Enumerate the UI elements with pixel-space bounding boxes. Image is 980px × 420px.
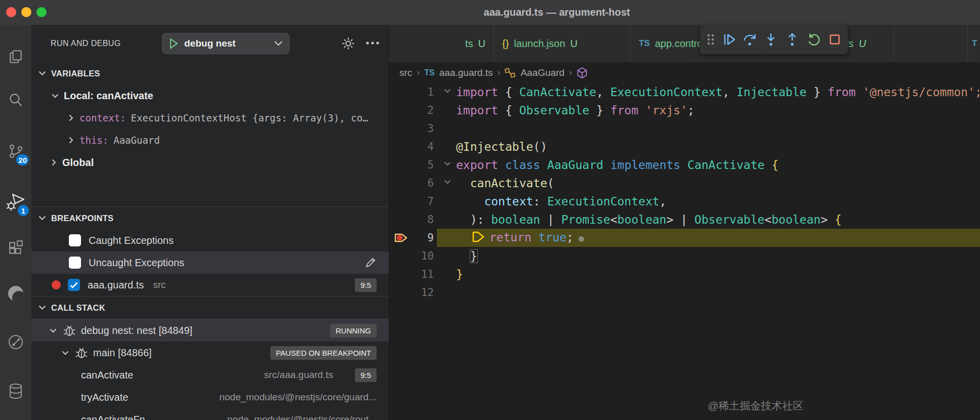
code-text: return true;● bbox=[456, 228, 584, 247]
editor-area: tsU{}launch.jsonUTSapp.controller.tsUTSa… bbox=[389, 25, 980, 420]
code-line-8[interactable]: 8 ): boolean | Promise<boolean> | Observ… bbox=[389, 211, 980, 229]
tab-launch.json[interactable]: {}launch.jsonU bbox=[494, 25, 631, 62]
variable-row-this[interactable]: this: AaaGuard bbox=[31, 129, 389, 151]
edge-browser-icon bbox=[8, 286, 23, 301]
sidebar-item-search[interactable] bbox=[0, 85, 31, 116]
fold-chevron-icon bbox=[444, 89, 451, 93]
code-line-7[interactable]: 7 context: ExecutionContext, bbox=[389, 192, 980, 211]
breadcrumb-file[interactable]: aaa.guard.ts bbox=[439, 67, 493, 78]
line-number: 11 bbox=[421, 265, 434, 283]
frame-location: src/aaa.guard.ts bbox=[264, 369, 333, 381]
sidebar-item-edge-browser[interactable] bbox=[0, 278, 31, 309]
chevron-down-icon bbox=[38, 216, 46, 221]
restart-button[interactable] bbox=[805, 31, 822, 48]
inline-breakpoint-dot: ● bbox=[579, 233, 584, 243]
step-over-button[interactable] bbox=[742, 31, 758, 48]
breakpoint-file-path: src bbox=[153, 279, 166, 290]
code-line-1[interactable]: 1import { CanActivate, ExecutionContext,… bbox=[389, 83, 980, 101]
breakpoint-row-caught[interactable]: Caught Exceptions bbox=[31, 229, 389, 251]
code-line-11[interactable]: 11} bbox=[389, 265, 980, 283]
code-line-5[interactable]: 5export class AaaGuard implements CanAct… bbox=[389, 156, 980, 174]
sidebar-item-database[interactable] bbox=[0, 376, 31, 407]
code-line-9[interactable]: 9 return true;● bbox=[389, 229, 980, 247]
chevron-right-icon bbox=[69, 137, 73, 144]
files-icon bbox=[8, 49, 24, 65]
gutter[interactable]: 8 bbox=[389, 211, 456, 229]
stack-frame-row[interactable]: canActivate src/aaa.guard.ts 9:5 bbox=[31, 364, 389, 386]
line-number: 9 bbox=[427, 229, 434, 247]
window-title: aaa.guard.ts — argument-host bbox=[484, 0, 630, 25]
chevron-down-icon bbox=[38, 71, 46, 76]
edit-condition-icon[interactable] bbox=[364, 257, 377, 269]
breakpoint-row-file[interactable]: aaa.guard.ts src 9:5 bbox=[31, 274, 389, 296]
sidebar-item-remote[interactable] bbox=[0, 326, 31, 358]
stop-button[interactable] bbox=[826, 31, 843, 48]
debug-config-dropdown[interactable]: debug nest bbox=[162, 33, 290, 54]
scope-local-row[interactable]: Local: canActivate bbox=[31, 85, 389, 107]
close-window-button[interactable] bbox=[6, 7, 16, 17]
breadcrumb-src[interactable]: src bbox=[399, 67, 412, 78]
step-out-button[interactable] bbox=[784, 31, 801, 48]
tab-T[interactable]: T bbox=[967, 25, 980, 62]
gutter[interactable]: 6 bbox=[389, 174, 456, 192]
code-text: ): boolean | Promise<boolean> | Observab… bbox=[456, 211, 842, 229]
tab-bar: tsU{}launch.jsonUTSapp.controller.tsUTSa… bbox=[389, 25, 980, 62]
variables-section-header[interactable]: VARIABLES bbox=[31, 62, 389, 85]
tab-ts[interactable]: tsU bbox=[389, 25, 494, 62]
variable-value: ExecutionContextHost {args: Array(3), co… bbox=[131, 112, 369, 123]
step-into-button[interactable] bbox=[763, 31, 780, 48]
sidebar-item-extensions[interactable] bbox=[0, 232, 31, 264]
variable-name: this: bbox=[79, 135, 108, 146]
drag-handle[interactable] bbox=[705, 31, 716, 48]
code-line-4[interactable]: 4@Injectable() bbox=[389, 138, 980, 156]
gutter[interactable]: 1 bbox=[389, 83, 456, 101]
minimize-window-button[interactable] bbox=[21, 7, 31, 17]
tab-label: launch.json bbox=[514, 38, 565, 50]
sidebar-item-run-and-debug[interactable]: 1 bbox=[0, 186, 31, 218]
call-stack-section-header[interactable]: CALL STACK bbox=[31, 297, 389, 319]
caught-exceptions-label: Caught Exceptions bbox=[89, 235, 174, 246]
debug-session-row[interactable]: debug nest: nest [84849] RUNNING bbox=[31, 319, 389, 342]
checkbox-checked[interactable] bbox=[68, 279, 80, 291]
code-text: @Injectable() bbox=[456, 138, 547, 156]
fold-chevron-icon bbox=[444, 161, 451, 166]
gutter[interactable]: 9 bbox=[389, 229, 456, 247]
breadcrumb-class[interactable]: AaaGuard bbox=[520, 67, 564, 78]
sidebar-item-explorer[interactable] bbox=[0, 41, 31, 72]
zoom-window-button[interactable] bbox=[36, 7, 47, 17]
code-line-3[interactable]: 3 bbox=[389, 119, 980, 138]
stack-frame-row[interactable]: canActivateFn node_modules/@nestjs/core/… bbox=[31, 408, 389, 420]
gutter[interactable]: 2 bbox=[389, 101, 456, 119]
gutter[interactable]: 5 bbox=[389, 156, 456, 174]
code-viewport[interactable]: 1import { CanActivate, ExecutionContext,… bbox=[389, 83, 980, 302]
variable-row-context[interactable]: context: ExecutionContextHost {args: Arr… bbox=[31, 107, 389, 129]
gear-icon[interactable] bbox=[341, 36, 355, 51]
checkbox-unchecked[interactable] bbox=[69, 257, 81, 269]
checkbox-unchecked[interactable] bbox=[69, 234, 81, 246]
line-number: 6 bbox=[427, 174, 434, 192]
gutter[interactable]: 3 bbox=[389, 119, 456, 138]
start-debug-icon[interactable] bbox=[169, 38, 179, 49]
breakpoint-position-badge: 9:5 bbox=[355, 278, 377, 292]
breakpoints-section-header[interactable]: BREAKPOINTS bbox=[31, 207, 389, 229]
continue-button[interactable] bbox=[720, 31, 737, 48]
tab-bar-empty-space bbox=[894, 25, 967, 62]
code-line-6[interactable]: 6 canActivate( bbox=[389, 174, 980, 192]
stack-frame-row[interactable]: tryActivate node_modules/@nestjs/core/gu… bbox=[31, 386, 389, 408]
more-actions-icon[interactable] bbox=[365, 41, 380, 45]
code-line-12[interactable]: 12 bbox=[389, 283, 980, 302]
gutter[interactable]: 10 bbox=[389, 247, 456, 265]
breakpoint-row-uncaught[interactable]: Uncaught Exceptions bbox=[31, 251, 389, 274]
sidebar-item-source-control[interactable]: 20 bbox=[0, 136, 31, 167]
gutter[interactable]: 11 bbox=[389, 265, 456, 283]
gutter[interactable]: 7 bbox=[389, 192, 456, 211]
gutter[interactable]: 4 bbox=[389, 138, 456, 156]
chevron-down-icon bbox=[38, 305, 46, 310]
thread-row[interactable]: main [84866] PAUSED ON BREAKPOINT bbox=[31, 342, 389, 364]
code-line-10[interactable]: 10 } bbox=[389, 247, 980, 265]
code-line-2[interactable]: 2import { Observable } from 'rxjs'; bbox=[389, 101, 980, 119]
gutter[interactable]: 12 bbox=[389, 283, 456, 302]
scope-global-label: Global bbox=[62, 157, 94, 169]
scope-global-row[interactable]: Global bbox=[31, 151, 389, 174]
chevron-down-icon bbox=[50, 328, 57, 333]
